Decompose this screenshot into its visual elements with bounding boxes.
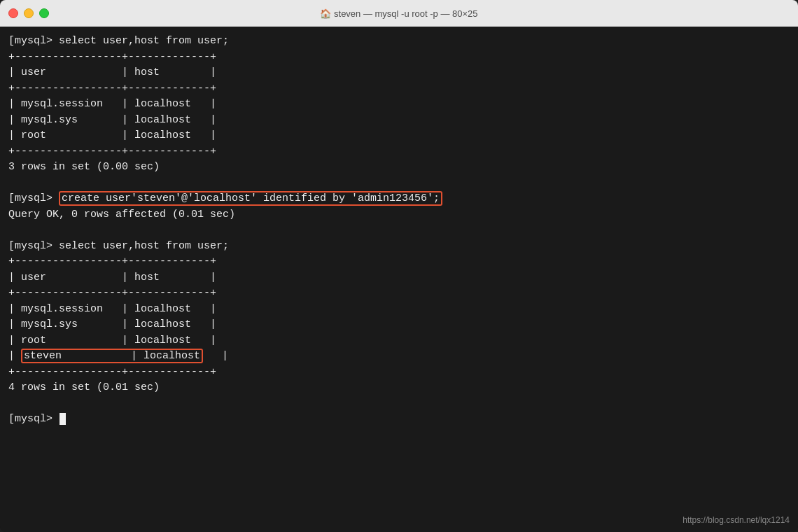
line-cmd3: [mysql> select user,host from user; [8,239,790,255]
line-row7: | steven | localhost | [8,349,790,365]
titlebar: 🏠 steven — mysql -u root -p — 80×25 [0,0,798,27]
line-row1: | mysql.session | localhost | [8,97,790,113]
line-count1: 3 rows in set (0.00 sec) [8,160,790,176]
line-sep1: +-----------------+-------------+ [8,50,790,66]
line-sep3: +-----------------+-------------+ [8,144,790,160]
line-blank3 [8,396,790,412]
terminal-content[interactable]: [mysql> select user,host from user; +---… [0,27,798,532]
line-hdr1: | user | host | [8,65,790,81]
line-final-prompt: [mysql> [8,412,790,428]
minimize-button[interactable] [24,8,34,18]
line-cmd1: [mysql> select user,host from user; [8,34,790,50]
line-row3: | root | localhost | [8,128,790,144]
line-sep6: +-----------------+-------------+ [8,365,790,381]
line-sep2: +-----------------+-------------+ [8,81,790,97]
line-blank2 [8,223,790,239]
create-user-command: create user'steven'@'localhost' identifi… [59,191,442,206]
terminal-window: 🏠 steven — mysql -u root -p — 80×25 [mys… [0,0,798,532]
maximize-button[interactable] [39,8,49,18]
line-sep4: +-----------------+-------------+ [8,254,790,270]
line-row5: | mysql.sys | localhost | [8,317,790,333]
line-cmd2: [mysql> create user'steven'@'localhost' … [8,191,790,207]
terminal-cursor [59,413,66,425]
traffic-lights [8,8,49,18]
line-blank1 [8,176,790,192]
steven-row-highlight: steven | localhost [21,349,203,363]
line-count2: 4 rows in set (0.01 sec) [8,380,790,396]
close-button[interactable] [8,8,18,18]
line-row6: | root | localhost | [8,333,790,349]
line-row4: | mysql.session | localhost | [8,302,790,318]
line-hdr2: | user | host | [8,270,790,286]
watermark: https://blog.csdn.net/lqx1214 [682,514,790,526]
window-title: 🏠 steven — mysql -u root -p — 80×25 [320,8,477,19]
line-result1: Query OK, 0 rows affected (0.01 sec) [8,207,790,223]
line-sep5: +-----------------+-------------+ [8,286,790,302]
line-row2: | mysql.sys | localhost | [8,113,790,129]
